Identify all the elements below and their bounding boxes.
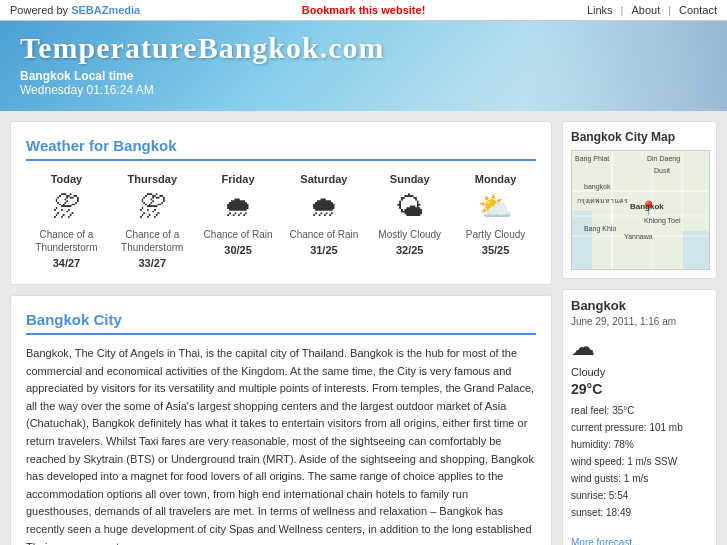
weather-day-today: Today Chance of a Thunderstorm 34/27 <box>26 173 107 269</box>
weather-desc-today: Chance of a Thunderstorm <box>26 228 107 254</box>
sidebar-weather-details: real feel: 35°C current pressure: 101 mb… <box>571 402 708 521</box>
feel-label: real feel: <box>571 405 609 416</box>
weather-days: Today Chance of a Thunderstorm 34/27 Thu… <box>26 173 536 269</box>
topbar: Powered by SEBAZmedia Bookmark this webs… <box>0 0 727 21</box>
bookmark-link[interactable]: Bookmark this website! <box>302 4 425 16</box>
svg-rect-2 <box>682 231 710 270</box>
svg-text:Bang Khlo: Bang Khlo <box>584 225 616 233</box>
weather-desc-sun: Mostly Cloudy <box>369 228 450 241</box>
svg-text:Din Daeng: Din Daeng <box>647 155 680 163</box>
svg-text:Khlong Toei: Khlong Toei <box>644 217 681 225</box>
sidebar-city-name: Bangkok <box>571 298 708 313</box>
svg-text:กรุงเทพมหานคร: กรุงเทพมหานคร <box>577 197 628 205</box>
city-title: Bangkok City <box>26 311 536 335</box>
weather-temp-fri: 30/25 <box>198 244 279 256</box>
weather-desc-sat: Chance of Rain <box>283 228 364 241</box>
city-box: Bangkok City Bangkok, The City of Angels… <box>10 295 552 545</box>
sunset-label: sunset: <box>571 507 603 518</box>
weather-day-mon: Monday Partly Cloudy 35/25 <box>455 173 536 269</box>
svg-text:Yannawa: Yannawa <box>624 233 653 240</box>
weather-day-fri: Friday Chance of Rain 30/25 <box>198 173 279 269</box>
weather-temp-sat: 31/25 <box>283 244 364 256</box>
weather-desc-mon: Partly Cloudy <box>455 228 536 241</box>
weather-temp-sun: 32/25 <box>369 244 450 256</box>
wind-gusts-value: 1 m/s <box>624 473 648 484</box>
weather-icon-fri <box>198 190 279 223</box>
nav-contact-link[interactable]: Contact <box>679 4 717 16</box>
city-body: Bangkok, The City of Angels in Thai, is … <box>26 345 536 545</box>
more-forecast-link[interactable]: More forecast... <box>571 537 640 545</box>
sidebar-weather-box: Bangkok June 29, 2011, 1:16 am Cloudy 29… <box>562 289 717 545</box>
svg-text:Bang Phlat: Bang Phlat <box>575 155 609 163</box>
sidebar-map-box: Bangkok City Map 📍 <box>562 121 717 279</box>
weather-icon-thu <box>112 190 193 223</box>
svg-text:Bangkok: Bangkok <box>630 202 664 211</box>
wind-gusts-label: wind gusts: <box>571 473 621 484</box>
weather-day-sun: Sunday Mostly Cloudy 32/25 <box>369 173 450 269</box>
weather-temp-thu: 33/27 <box>112 257 193 269</box>
day-name-sat: Saturday <box>283 173 364 185</box>
weather-day-sat: Saturday Chance of Rain 31/25 <box>283 173 364 269</box>
site-header: TemperatureBangkok.com Bangkok Local tim… <box>0 21 727 111</box>
weather-title: Weather for Bangkok <box>26 137 536 161</box>
map-svg: 📍 Bang Phlat Din Daeng Dusit bangkok กรุ… <box>572 151 710 270</box>
wind-speed-label: wind speed: <box>571 456 624 467</box>
sidebar-weather-icon <box>571 333 708 361</box>
wind-speed-value: 1 m/s SSW <box>627 456 677 467</box>
content-area: Weather for Bangkok Today Chance of a Th… <box>10 121 552 545</box>
sunrise-value: 5:54 <box>609 490 628 501</box>
pressure-value: 101 mb <box>649 422 682 433</box>
weather-desc-fri: Chance of Rain <box>198 228 279 241</box>
weather-icon-mon <box>455 190 536 223</box>
nav-about-link[interactable]: About <box>631 4 660 16</box>
day-name-today: Today <box>26 173 107 185</box>
weather-icon-sun <box>369 190 450 223</box>
sidebar-condition: Cloudy <box>571 366 708 378</box>
humidity-label: humidity: <box>571 439 611 450</box>
weather-temp-mon: 35/25 <box>455 244 536 256</box>
day-name-thu: Thursday <box>112 173 193 185</box>
weather-temp-today: 34/27 <box>26 257 107 269</box>
day-name-fri: Friday <box>198 173 279 185</box>
day-name-mon: Monday <box>455 173 536 185</box>
weather-icon-sat <box>283 190 364 223</box>
sidebar: Bangkok City Map 📍 <box>562 121 717 545</box>
sunrise-label: sunrise: <box>571 490 606 501</box>
nav-links-link[interactable]: Links <box>587 4 613 16</box>
svg-rect-1 <box>572 211 592 270</box>
nav-links: Links | About | Contact <box>587 4 717 16</box>
powered-by: Powered by SEBAZmedia <box>10 4 140 16</box>
pressure-label: current pressure: <box>571 422 647 433</box>
humidity-value: 78% <box>614 439 634 450</box>
sidebar-temp: 29°C <box>571 381 708 397</box>
brand-name[interactable]: SEBAZmedia <box>71 4 140 16</box>
weather-day-thu: Thursday Chance of a Thunderstorm 33/27 <box>112 173 193 269</box>
sidebar-date: June 29, 2011, 1:16 am <box>571 316 708 327</box>
weather-icon-today <box>26 190 107 223</box>
svg-text:bangkok: bangkok <box>584 183 611 191</box>
weather-desc-thu: Chance of a Thunderstorm <box>112 228 193 254</box>
feel-value: 35°C <box>612 405 634 416</box>
day-name-sun: Sunday <box>369 173 450 185</box>
main-area: Weather for Bangkok Today Chance of a Th… <box>0 111 727 545</box>
svg-text:Dusit: Dusit <box>654 167 670 174</box>
sunset-value: 18:49 <box>606 507 631 518</box>
map-title: Bangkok City Map <box>571 130 708 144</box>
map-image[interactable]: 📍 Bang Phlat Din Daeng Dusit bangkok กรุ… <box>571 150 710 270</box>
weather-box: Weather for Bangkok Today Chance of a Th… <box>10 121 552 285</box>
